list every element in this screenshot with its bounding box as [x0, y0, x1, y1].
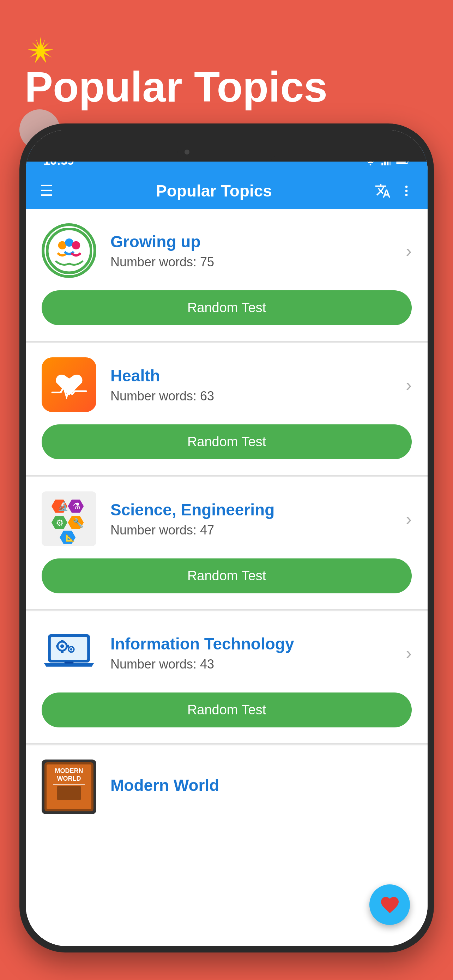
- modern-world-icon: MODERN WORLD: [41, 759, 96, 814]
- topic-name-it: Information Technology: [110, 634, 406, 653]
- svg-text:📐: 📐: [65, 533, 75, 542]
- more-vert-icon[interactable]: [399, 183, 413, 199]
- chevron-right-it[interactable]: ›: [406, 643, 412, 663]
- topic-name-science: Science, Engineering: [110, 500, 406, 519]
- growing-up-icon: [41, 223, 96, 278]
- svg-text:⚗: ⚗: [73, 501, 80, 511]
- random-test-btn-it[interactable]: Random Test: [41, 692, 412, 727]
- topic-card-it: Information Technology Number words: 43 …: [26, 611, 428, 744]
- health-icon-inner: [41, 357, 96, 412]
- chevron-right-growing-up[interactable]: ›: [406, 240, 412, 261]
- svg-rect-32: [67, 644, 69, 648]
- svg-point-10: [405, 189, 408, 192]
- svg-point-11: [405, 194, 408, 196]
- svg-text:🔧: 🔧: [73, 518, 84, 528]
- science-icon: 🔬 ⚗ ⚙ 🔧 📐: [41, 492, 96, 546]
- svg-rect-2: [381, 162, 383, 165]
- topic-count-health: Number words: 63: [110, 389, 406, 404]
- svg-rect-36: [65, 662, 74, 663]
- topic-info-modern-world: Modern World: [110, 776, 412, 798]
- app-bar-title: Popular Topics: [53, 181, 375, 200]
- svg-text:⚙: ⚙: [56, 518, 64, 528]
- page-title: Popular Topics: [25, 64, 327, 110]
- topic-row-growing-up: Growing up Number words: 75 ›: [41, 223, 412, 278]
- svg-point-35: [70, 648, 72, 650]
- topic-count-it: Number words: 43: [110, 657, 406, 672]
- star-decoration: [25, 35, 56, 67]
- it-icon: [41, 625, 96, 680]
- svg-point-29: [60, 644, 64, 648]
- content-area: Growing up Number words: 75 › Random Tes…: [26, 209, 428, 946]
- topic-row-science: 🔬 ⚗ ⚙ 🔧 📐 Science, Engineering: [41, 492, 412, 546]
- topic-info-science: Science, Engineering Number words: 47: [110, 500, 406, 538]
- phone-screen: 10:59: [26, 130, 428, 946]
- topic-name-growing-up: Growing up: [110, 232, 406, 251]
- app-bar-actions: [375, 183, 413, 199]
- svg-point-9: [405, 186, 408, 188]
- svg-text:🔬: 🔬: [57, 501, 68, 512]
- chevron-right-health[interactable]: ›: [406, 375, 412, 395]
- health-icon: [41, 357, 96, 412]
- svg-marker-0: [28, 37, 53, 64]
- svg-rect-33: [56, 644, 58, 648]
- translate-icon[interactable]: [375, 183, 391, 199]
- svg-point-1: [370, 164, 372, 165]
- topic-count-science: Number words: 47: [110, 523, 406, 538]
- topic-name-health: Health: [110, 366, 406, 385]
- topic-row-it: Information Technology Number words: 43 …: [41, 625, 412, 680]
- hamburger-icon[interactable]: ☰: [40, 182, 53, 199]
- app-bar: ☰ Popular Topics: [26, 172, 428, 209]
- fab-button[interactable]: [369, 885, 410, 925]
- svg-point-15: [72, 241, 80, 249]
- topic-row-health: Health Number words: 63 ›: [41, 357, 412, 412]
- random-test-btn-health[interactable]: Random Test: [41, 425, 412, 459]
- notch-dot: [184, 150, 189, 154]
- topic-card-growing-up: Growing up Number words: 75 › Random Tes…: [26, 209, 428, 342]
- chevron-right-science[interactable]: ›: [406, 509, 412, 529]
- topic-info-it: Information Technology Number words: 43: [110, 634, 406, 672]
- svg-point-12: [47, 229, 91, 273]
- random-test-btn-growing-up[interactable]: Random Test: [41, 290, 412, 325]
- topic-card-science: 🔬 ⚗ ⚙ 🔧 📐 Science, Engineering: [26, 477, 428, 610]
- topic-count-growing-up: Number words: 75: [110, 255, 406, 269]
- phone-notch: [26, 130, 428, 162]
- topic-info-health: Health Number words: 63: [110, 366, 406, 404]
- topic-card-health: Health Number words: 63 › Random Test: [26, 343, 428, 476]
- notch-cutout: [178, 142, 276, 162]
- topic-name-modern-world: Modern World: [110, 776, 412, 795]
- svg-rect-31: [61, 651, 64, 652]
- svg-rect-30: [61, 640, 64, 642]
- phone-frame: 10:59: [19, 124, 434, 953]
- topic-card-modern-world: MODERN WORLD Modern World: [26, 745, 428, 828]
- topic-info-growing-up: Growing up Number words: 75: [110, 232, 406, 269]
- heart-icon: [379, 894, 401, 915]
- random-test-btn-science[interactable]: Random Test: [41, 558, 412, 593]
